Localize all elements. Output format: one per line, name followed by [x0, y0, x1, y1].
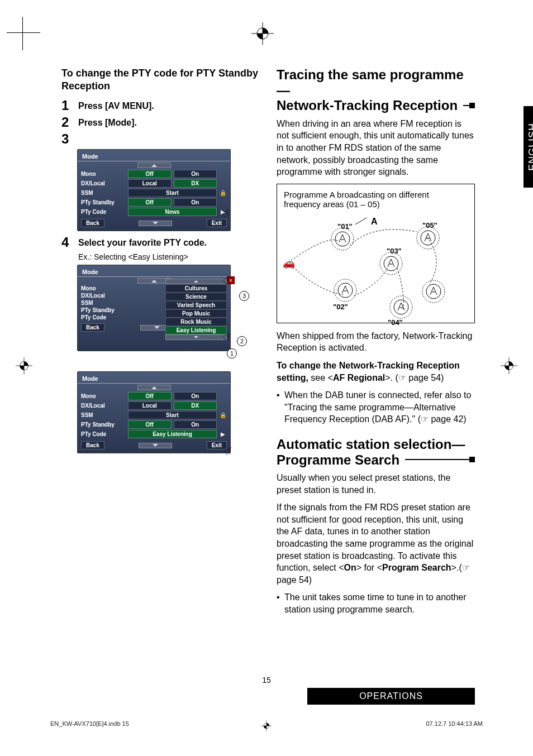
cursor-hand-icon: [223, 444, 236, 456]
step-3: 3: [61, 132, 260, 146]
print-footer: EN_KW-AVX710[E]4.indb 15 07.12.7 10:44:1…: [50, 720, 483, 727]
expand-icon[interactable]: ▶: [219, 431, 227, 437]
bullet-item: When the DAB tuner is connected, refer a…: [284, 389, 475, 425]
bold-text: AF Regional: [333, 373, 385, 382]
back-button[interactable]: Back: [81, 323, 104, 332]
heading-line: Tracing the same programme—: [277, 67, 464, 98]
option-start[interactable]: Start: [128, 411, 217, 419]
row-label: PTy Code: [81, 431, 126, 437]
row-label: PTy Code: [81, 314, 126, 320]
option-dx[interactable]: DX: [174, 401, 217, 410]
heading-line: Network-Tracking Reception: [277, 98, 458, 113]
scroll-up-icon[interactable]: [137, 385, 171, 390]
svg-point-20: [422, 280, 445, 303]
row-label: DX/Local: [81, 403, 126, 409]
callout-1: 1: [227, 348, 237, 358]
mode-panel-title: Mode: [78, 267, 230, 277]
option-on[interactable]: On: [174, 198, 217, 207]
step-number: 2: [61, 116, 73, 129]
option-easy-listening[interactable]: Easy Listening: [128, 430, 217, 438]
svg-line-9: [355, 218, 367, 224]
row-label: Mono: [81, 393, 126, 399]
exit-button[interactable]: Exit: [207, 219, 227, 227]
scroll-up-icon[interactable]: [137, 162, 171, 168]
antenna-label: "02": [333, 303, 348, 311]
option-local[interactable]: Local: [128, 401, 172, 410]
row-label: DX/Local: [81, 293, 126, 299]
list-item-selected[interactable]: Easy Listening: [165, 326, 227, 334]
svg-point-10: [331, 228, 354, 250]
page-number: 15: [0, 676, 533, 685]
list-item[interactable]: Varied Speech: [165, 301, 227, 309]
antenna-label: "05": [422, 221, 437, 229]
lock-icon: 🔒: [219, 412, 227, 418]
section-heading-auto: Automatic station selection— Programme S…: [277, 437, 475, 467]
registration-mark-icon: [261, 720, 272, 733]
registration-mark-icon: [251, 22, 274, 45]
option-off[interactable]: Off: [128, 420, 172, 429]
diagram-paths-icon: [277, 207, 474, 324]
mode-panel-title: Mode: [78, 374, 230, 384]
back-button[interactable]: Back: [81, 441, 104, 449]
body-text: Usually when you select preset stations,…: [277, 472, 475, 496]
diagram-caption: Programme A broadcasting on different fr…: [284, 190, 429, 209]
scroll-down-icon[interactable]: [139, 221, 172, 226]
bullet-item: The unit takes some time to tune in to a…: [284, 591, 475, 615]
row-label: PTy Standby: [81, 199, 126, 205]
row-label: Mono: [81, 171, 126, 177]
language-tab: ENGLISH: [524, 106, 533, 188]
mode-panel-title: Mode: [78, 152, 230, 161]
option-dx[interactable]: DX: [174, 179, 217, 188]
antenna-label: "01": [337, 222, 353, 231]
network-tracking-diagram: Programme A broadcasting on different fr…: [277, 184, 475, 323]
operations-footer-bar: OPERATIONS: [307, 688, 475, 705]
heading-rule-icon: [463, 105, 475, 106]
text: If the signals from the FM RDS preset st…: [277, 503, 473, 572]
option-start[interactable]: Start: [128, 189, 217, 197]
option-news[interactable]: News: [128, 208, 217, 216]
callout-2: 2: [237, 336, 247, 346]
list-scroll-up-icon[interactable]: [165, 279, 227, 284]
option-off[interactable]: Off: [128, 198, 172, 207]
mode-panel-2: Mode Mono DX/Local SSM PTy Standby PTy C…: [77, 265, 231, 351]
footer-right: 07.12.7 10:44:13 AM: [426, 720, 483, 727]
row-label: SSM: [81, 412, 126, 418]
list-item[interactable]: Cultures: [165, 284, 227, 293]
heading-rule-icon: [405, 459, 475, 460]
pty-code-list: × Cultures Science Varied Speech Pop Mus…: [165, 279, 227, 340]
row-label: PTy Standby: [81, 422, 126, 428]
heading-line: Automatic station selection—: [277, 437, 465, 452]
step-number: 1: [61, 99, 73, 112]
bold-text: Program Search: [382, 563, 451, 572]
step-text: Select your favorite PTY code.: [78, 236, 207, 248]
option-on[interactable]: On: [174, 170, 217, 178]
step-text: Press [Mode].: [78, 116, 137, 128]
callout-3: 3: [239, 291, 249, 301]
scroll-down-icon[interactable]: [139, 443, 172, 448]
car-icon: 🚗: [283, 257, 295, 269]
footer-left: EN_KW-AVX710[E]4.indb 15: [50, 720, 129, 727]
bold-text: On: [344, 563, 356, 572]
antenna-icon: [389, 295, 413, 319]
option-off[interactable]: Off: [128, 170, 172, 178]
option-on[interactable]: On: [174, 420, 217, 429]
antenna-icon: [333, 278, 358, 303]
back-button[interactable]: Back: [81, 219, 104, 227]
cursor-hand-icon: [221, 206, 234, 218]
crop-mark: [7, 32, 40, 33]
option-on[interactable]: On: [174, 392, 217, 400]
option-local[interactable]: Local: [128, 179, 172, 188]
row-label: SSM: [81, 190, 126, 196]
step-2: 2 Press [Mode].: [61, 116, 260, 129]
list-item[interactable]: Rock Music: [165, 318, 227, 326]
option-off[interactable]: Off: [128, 392, 172, 400]
row-label: Mono: [81, 285, 126, 291]
antenna-icon: [421, 279, 446, 304]
step-number: 3: [61, 132, 73, 146]
list-item[interactable]: Science: [165, 293, 227, 301]
list-item[interactable]: Pop Music: [165, 309, 227, 318]
list-scroll-down-icon[interactable]: [165, 334, 227, 340]
section-heading-tracing: Tracing the same programme— Network-Trac…: [277, 67, 475, 113]
crop-mark: [22, 17, 39, 50]
row-label: DX/Local: [81, 180, 126, 186]
